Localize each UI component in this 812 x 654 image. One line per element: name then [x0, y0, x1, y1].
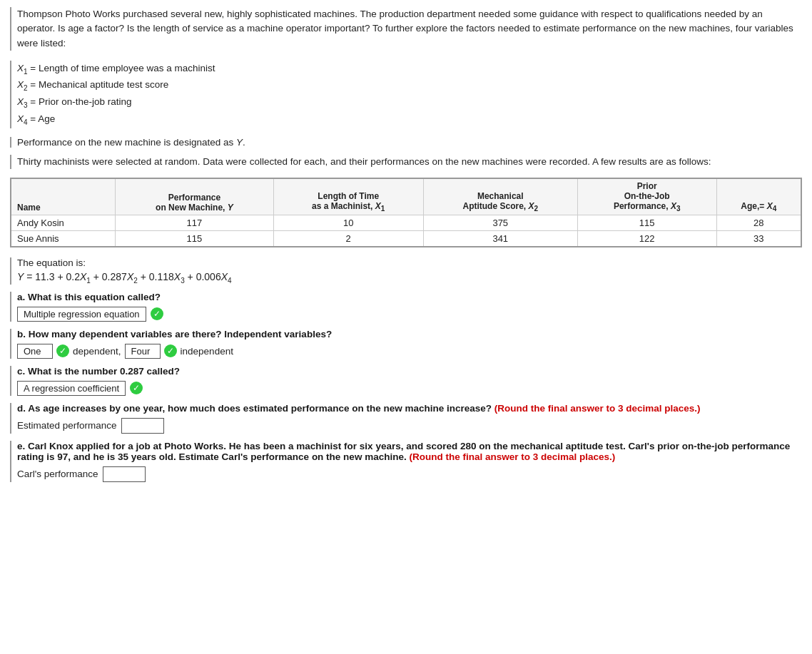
- row1-name: Andy Kosin: [11, 215, 116, 231]
- col-header-perf: Performanceon New Machine, Y: [116, 178, 273, 215]
- var-x3: X3 = Prior on-the-job rating: [17, 94, 802, 111]
- question-e-answer-row: Carl's performance: [17, 466, 802, 482]
- question-e-label: e. Carl Knox applied for a job at Photo …: [17, 441, 802, 462]
- equation: Y = 11.3 + 0.2X1 + 0.287X2 + 0.118X3 + 0…: [17, 271, 802, 285]
- question-d-label: d. As age increases by one year, how muc…: [17, 403, 802, 414]
- question-a-label: a. What is this equation called?: [17, 292, 802, 302]
- answer-c-box: A regression coefficient: [17, 381, 126, 396]
- row2-prior: 122: [577, 231, 716, 247]
- row1-perf: 117: [116, 215, 273, 231]
- carls-perf-input[interactable]: [103, 466, 146, 482]
- question-d-emphasis: (Round the final answer to 3 decimal pla…: [494, 403, 701, 414]
- question-c-block: c. What is the number 0.287 called? A re…: [10, 366, 802, 396]
- estimated-perf-input[interactable]: [121, 418, 164, 434]
- independent-label: independent: [181, 346, 233, 357]
- col-header-length: Length of Timeas a Machinist, X1: [273, 178, 423, 215]
- col-header-prior: PriorOn-the-JobPerformance, X3: [577, 178, 716, 215]
- question-d-answer-row: Estimated performance: [17, 418, 802, 434]
- row2-mechanical: 341: [423, 231, 577, 247]
- question-c-answer-row: A regression coefficient ✓: [17, 381, 802, 396]
- var-x2: X2 = Mechanical aptitude test score: [17, 77, 802, 94]
- col-header-name: Name: [11, 178, 116, 215]
- var-x1: X1 = Length of time employee was a machi…: [17, 61, 802, 78]
- estimated-perf-label: Estimated performance: [17, 420, 117, 431]
- answer-a-box: Multiple regression equation: [17, 307, 146, 322]
- row2-name: Sue Annis: [11, 231, 116, 247]
- independent-value-box: Four: [125, 344, 161, 359]
- row1-length: 10: [273, 215, 423, 231]
- question-b-answer-row: One ✓ dependent, Four ✓ independent: [17, 344, 802, 359]
- sample-text: Thirty machinists were selected at rando…: [10, 155, 802, 169]
- question-d-block: d. As age increases by one year, how muc…: [10, 403, 802, 434]
- col-header-age: Age,= X4: [716, 178, 801, 215]
- check-icon-a: ✓: [151, 307, 163, 320]
- intro-paragraph: Thompson Photo Works purchased several n…: [10, 7, 802, 51]
- question-e-block: e. Carl Knox applied for a job at Photo …: [10, 441, 802, 482]
- performance-line: Performance on the new machine is design…: [10, 137, 802, 148]
- question-c-label: c. What is the number 0.287 called?: [17, 366, 802, 377]
- row2-length: 2: [273, 231, 423, 247]
- row2-perf: 115: [116, 231, 273, 247]
- var-x4: X4 = Age: [17, 111, 802, 128]
- col-header-mechanical: MechanicalAptitude Score, X2: [423, 178, 577, 215]
- dependent-value-box: One: [17, 344, 53, 359]
- variables-section: X1 = Length of time employee was a machi…: [10, 61, 802, 128]
- equation-section: The equation is: Y = 11.3 + 0.2X1 + 0.28…: [10, 257, 802, 285]
- question-e-emphasis: (Round the final answer to 3 decimal pla…: [409, 451, 615, 462]
- data-table: Name Performanceon New Machine, Y Length…: [10, 178, 802, 247]
- dependent-label: dependent,: [73, 346, 121, 357]
- row2-age: 33: [716, 231, 801, 247]
- question-a-block: a. What is this equation called? Multipl…: [10, 292, 802, 322]
- row1-mechanical: 375: [423, 215, 577, 231]
- question-a-answer-row: Multiple regression equation ✓: [17, 307, 802, 322]
- equation-label: The equation is:: [17, 257, 802, 268]
- check-icon-b-independent: ✓: [164, 344, 177, 357]
- check-icon-b-dependent: ✓: [56, 344, 69, 357]
- row1-age: 28: [716, 215, 801, 231]
- question-b-block: b. How many dependent variables are ther…: [10, 329, 802, 359]
- question-b-label: b. How many dependent variables are ther…: [17, 329, 802, 339]
- row1-prior: 115: [577, 215, 716, 231]
- check-icon-c: ✓: [130, 382, 143, 394]
- carls-perf-label: Carl's performance: [17, 469, 98, 479]
- table-row: Andy Kosin 117 10 375 115 28: [11, 215, 801, 231]
- table-row: Sue Annis 115 2 341 122 33: [11, 231, 801, 247]
